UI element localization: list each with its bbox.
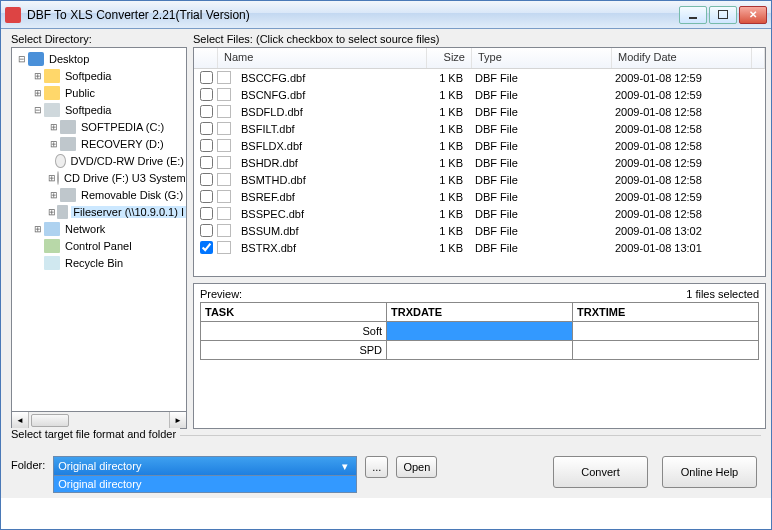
expand-icon[interactable]: ⊞ — [48, 121, 59, 132]
expand-icon[interactable] — [48, 155, 54, 166]
column-header[interactable]: Type — [472, 48, 612, 68]
tree-item[interactable]: Control Panel — [12, 237, 186, 254]
expand-icon[interactable]: ⊞ — [48, 138, 59, 149]
combo-option[interactable]: Original directory — [54, 476, 356, 492]
tree-item[interactable]: ⊞Network — [12, 220, 186, 237]
preview-col-header: TASK — [201, 303, 387, 322]
expand-icon[interactable]: ⊞ — [48, 189, 59, 200]
tree-item[interactable]: ⊞RECOVERY (D:) — [12, 135, 186, 152]
file-row[interactable]: BSTRX.dbf1 KBDBF File2009-01-08 13:01 — [194, 239, 765, 256]
tree-item[interactable]: Recycle Bin — [12, 254, 186, 271]
tree-item-label: SOFTPEDIA (C:) — [79, 121, 166, 133]
app-icon — [5, 7, 21, 23]
file-checkbox[interactable] — [200, 71, 213, 84]
file-icon — [217, 224, 231, 237]
directory-tree[interactable]: ⊟Desktop⊞Softpedia⊞Public⊟Softpedia⊞SOFT… — [11, 47, 187, 412]
expand-icon[interactable] — [32, 240, 43, 251]
file-checkbox[interactable] — [200, 105, 213, 118]
ti-desktop — [28, 52, 44, 66]
expand-icon[interactable]: ⊟ — [16, 53, 27, 64]
file-date: 2009-01-08 12:59 — [609, 72, 749, 84]
preview-status: 1 files selected — [686, 288, 759, 300]
tree-item[interactable]: ⊞SOFTPEDIA (C:) — [12, 118, 186, 135]
tree-item[interactable]: ⊞Removable Disk (G:) — [12, 186, 186, 203]
expand-icon[interactable]: ⊞ — [48, 206, 56, 217]
expand-icon[interactable]: ⊞ — [32, 87, 43, 98]
convert-button[interactable]: Convert — [553, 456, 648, 488]
tree-item-label: Softpedia — [63, 104, 113, 116]
preview-row[interactable]: SPD — [201, 341, 759, 360]
expand-icon[interactable] — [32, 257, 43, 268]
file-checkbox[interactable] — [200, 88, 213, 101]
open-button[interactable]: Open — [396, 456, 437, 478]
tree-hscrollbar[interactable]: ◄ ► — [11, 412, 187, 429]
browse-button[interactable]: ... — [365, 456, 388, 478]
tree-item[interactable]: ⊟Softpedia — [12, 101, 186, 118]
file-row[interactable]: BSFLDX.dbf1 KBDBF File2009-01-08 12:58 — [194, 137, 765, 154]
file-row[interactable]: BSCCFG.dbf1 KBDBF File2009-01-08 12:59 — [194, 69, 765, 86]
file-row[interactable]: BSSUM.dbf1 KBDBF File2009-01-08 13:02 — [194, 222, 765, 239]
preview-cell — [387, 322, 573, 341]
window-title: DBF To XLS Converter 2.21(Trial Version) — [27, 8, 679, 22]
expand-icon[interactable]: ⊟ — [32, 104, 43, 115]
scroll-right-arrow[interactable]: ► — [169, 412, 186, 428]
tree-item[interactable]: ⊞Softpedia — [12, 67, 186, 84]
file-checkbox[interactable] — [200, 122, 213, 135]
file-checkbox[interactable] — [200, 156, 213, 169]
tree-item-label: Recycle Bin — [63, 257, 125, 269]
expand-icon[interactable]: ⊞ — [48, 172, 56, 183]
ti-cd — [57, 171, 59, 185]
file-checkbox[interactable] — [200, 139, 213, 152]
file-name: BSCCFG.dbf — [235, 72, 424, 84]
tree-item[interactable]: ⊞Fileserver (\\10.9.0.1) I — [12, 203, 186, 220]
file-date: 2009-01-08 12:59 — [609, 157, 749, 169]
online-help-button[interactable]: Online Help — [662, 456, 757, 488]
scroll-left-arrow[interactable]: ◄ — [12, 412, 29, 428]
file-checkbox[interactable] — [200, 241, 213, 254]
file-checkbox[interactable] — [200, 173, 213, 186]
column-header[interactable]: Modify Date — [612, 48, 752, 68]
tree-item[interactable]: ⊟Desktop — [12, 50, 186, 67]
file-size: 1 KB — [424, 208, 469, 220]
file-date: 2009-01-08 12:58 — [609, 208, 749, 220]
file-checkbox[interactable] — [200, 207, 213, 220]
file-checkbox[interactable] — [200, 190, 213, 203]
file-row[interactable]: BSREF.dbf1 KBDBF File2009-01-08 12:59 — [194, 188, 765, 205]
file-row[interactable]: BSSPEC.dbf1 KBDBF File2009-01-08 12:58 — [194, 205, 765, 222]
minimize-button[interactable] — [679, 6, 707, 24]
expand-icon[interactable]: ⊞ — [32, 70, 43, 81]
tree-item[interactable]: ⊞Public — [12, 84, 186, 101]
tree-item[interactable]: ⊞CD Drive (F:) U3 System — [12, 169, 186, 186]
ti-pc — [44, 103, 60, 117]
file-icon — [217, 190, 231, 203]
column-header[interactable]: Size — [427, 48, 472, 68]
file-row[interactable]: BSHDR.dbf1 KBDBF File2009-01-08 12:59 — [194, 154, 765, 171]
tree-item-label: Desktop — [47, 53, 91, 65]
select-directory-label: Select Directory: — [11, 33, 187, 45]
preview-row[interactable]: Soft — [201, 322, 759, 341]
file-list[interactable]: NameSizeTypeModify Date BSCCFG.dbf1 KBDB… — [193, 47, 766, 277]
folder-combo[interactable]: Original directory ▾ — [53, 456, 357, 476]
column-header[interactable]: Name — [218, 48, 427, 68]
tree-item[interactable]: DVD/CD-RW Drive (E:) — [12, 152, 186, 169]
file-row[interactable]: BSMTHD.dbf1 KBDBF File2009-01-08 12:58 — [194, 171, 765, 188]
titlebar: DBF To XLS Converter 2.21(Trial Version) — [1, 1, 771, 29]
file-list-header[interactable]: NameSizeTypeModify Date — [194, 48, 765, 69]
file-checkbox[interactable] — [200, 224, 213, 237]
file-icon — [217, 241, 231, 254]
file-row[interactable]: BSCNFG.dbf1 KBDBF File2009-01-08 12:59 — [194, 86, 765, 103]
file-date: 2009-01-08 12:59 — [609, 191, 749, 203]
tree-item-label: Network — [63, 223, 107, 235]
expand-icon[interactable]: ⊞ — [32, 223, 43, 234]
file-type: DBF File — [469, 89, 609, 101]
scroll-thumb[interactable] — [31, 414, 69, 427]
close-button[interactable] — [739, 6, 767, 24]
file-date: 2009-01-08 12:59 — [609, 89, 749, 101]
maximize-button[interactable] — [709, 6, 737, 24]
file-type: DBF File — [469, 140, 609, 152]
tree-item-label: Fileserver (\\10.9.0.1) I — [71, 206, 186, 218]
ti-bin — [44, 256, 60, 270]
folder-combo-list[interactable]: Original directory — [53, 475, 357, 493]
file-row[interactable]: BSDFLD.dbf1 KBDBF File2009-01-08 12:58 — [194, 103, 765, 120]
file-row[interactable]: BSFILT.dbf1 KBDBF File2009-01-08 12:58 — [194, 120, 765, 137]
